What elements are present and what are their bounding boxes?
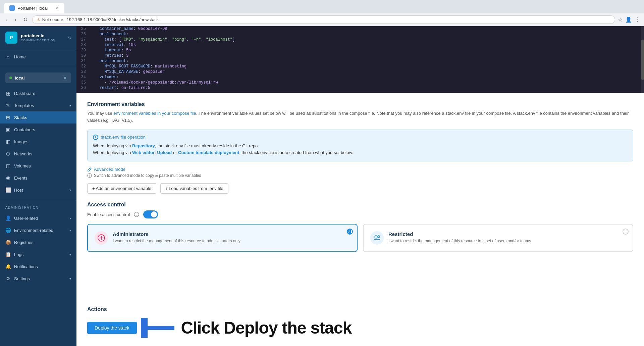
profile-btn[interactable]: 👤	[625, 16, 632, 23]
app-container: P portainer.io Community Edition « ⌂ Hom…	[0, 26, 644, 346]
load-env-file-btn[interactable]: ↑ Load variables from .env file	[160, 183, 228, 194]
sidebar-item-containers[interactable]: ▣ Containers	[0, 123, 76, 136]
info-line-1: When deploying via Repository, the stack…	[93, 143, 628, 150]
tab-close-btn[interactable]: ✕	[56, 6, 59, 10]
admin-shield-icon	[98, 234, 105, 242]
annotation-text: Click Deploy the stack	[181, 318, 352, 338]
host-icon: ⬜	[5, 187, 11, 193]
sidebar-item-user-related[interactable]: 👤 User-related ▾	[0, 212, 76, 224]
browser-tab-active[interactable]: Portainer | local ✕	[4, 3, 64, 13]
administrators-card-text: Administrators I want to restrict the ma…	[113, 231, 240, 244]
info-small-icon: i	[87, 173, 92, 178]
advanced-mode-toggle[interactable]: Advanced mode	[87, 167, 633, 172]
tab-favicon	[9, 5, 15, 11]
line-content-28: interval: 10s	[90, 43, 644, 47]
code-line-28: 28 interval: 10s	[76, 42, 644, 48]
logo-icon: P	[5, 32, 17, 44]
code-editor[interactable]: 25 container_name: Geoposler-DB 26 healt…	[76, 26, 644, 93]
code-line-26: 26 healthcheck:	[76, 32, 644, 37]
line-content-26: healthcheck:	[90, 32, 644, 37]
adv-mode-hint: i Switch to advanced mode to copy & past…	[87, 173, 633, 178]
sidebar-item-host[interactable]: ⬜ Host ▾	[0, 184, 76, 196]
networks-icon: ⬡	[5, 151, 11, 156]
endpoint-status-dot	[9, 77, 12, 79]
line-content-34: volumes:	[90, 75, 644, 80]
bookmark-btn[interactable]: ☆	[618, 16, 623, 23]
access-card-administrators[interactable]: Administrators I want to restrict the ma…	[87, 224, 358, 252]
logo-sub: Community Edition	[21, 39, 55, 42]
sidebar-item-networks[interactable]: ⬡ Networks	[0, 148, 76, 160]
browser-tabs: Portainer | local ✕	[4, 3, 640, 13]
administrators-card-desc: I want to restrict the management of thi…	[113, 238, 240, 244]
pencil-icon	[87, 167, 92, 172]
sidebar-networks-label: Networks	[14, 151, 71, 156]
refresh-btn[interactable]: ↻	[21, 16, 30, 23]
sidebar-item-environment-related[interactable]: 🌐 Environment-related ▾	[0, 224, 76, 236]
forward-btn[interactable]: ›	[12, 16, 18, 23]
environment-related-icon: 🌐	[5, 228, 11, 233]
sidebar-registries-label: Registries	[14, 240, 71, 245]
stacks-icon: ⊞	[5, 115, 11, 120]
svg-point-7	[375, 236, 377, 238]
info-l2-bold3: Custom template deployment	[178, 150, 239, 155]
line-content-25: container_name: Geoposler-DB	[90, 27, 644, 31]
code-line-31: 31 environment:	[76, 58, 644, 64]
sidebar-home-label: Home	[14, 54, 71, 59]
env-desc-start: You may use	[87, 111, 113, 116]
info-l2-sep2: or	[172, 150, 178, 155]
sidebar-settings-label: Settings	[14, 276, 66, 281]
security-icon: ⚠	[37, 17, 40, 22]
access-card-restricted[interactable]: Restricted I want to restrict the manage…	[363, 224, 633, 252]
logs-arrow-icon: ▾	[69, 253, 71, 256]
access-control-toggle-label: Enable access control	[87, 212, 130, 217]
sidebar-divider-2	[0, 200, 76, 200]
env-variables-link[interactable]: environment variables in your compose fi…	[113, 111, 196, 116]
sidebar-item-home[interactable]: ⌂ Home	[0, 51, 76, 63]
sidebar-item-settings[interactable]: ⚙ Settings ▾	[0, 273, 76, 285]
sidebar-item-events[interactable]: ◉ Events	[0, 172, 76, 184]
tab-title: Portainer | local	[17, 6, 48, 11]
sidebar-item-templates[interactable]: ✎ Templates ▾	[0, 99, 76, 111]
code-line-30: 30 retries: 3	[76, 53, 644, 58]
settings-arrow-icon: ▾	[69, 277, 71, 281]
line-content-32: MYSQL_ROOT_PASSWORD: mariushosting	[90, 64, 644, 69]
content-area: Environment variables You may use enviro…	[76, 93, 644, 301]
sidebar-item-registries[interactable]: 📦 Registries	[0, 236, 76, 248]
admin-section-label: Administration	[0, 203, 76, 211]
info-l1-bold: Repository	[132, 143, 155, 148]
sidebar-item-dashboard[interactable]: ▦ Dashboard	[0, 87, 76, 99]
sidebar-item-images[interactable]: ◧ Images	[0, 136, 76, 148]
sidebar-dashboard-label: Dashboard	[14, 91, 71, 96]
sidebar-collapse-btn[interactable]: «	[68, 35, 71, 41]
env-buttons-row: + Add an environment variable ↑ Load var…	[87, 183, 633, 194]
sidebar-stacks-label: Stacks	[14, 115, 71, 120]
endpoint-close-btn[interactable]: ✕	[63, 75, 67, 81]
sidebar-logo: P portainer.io Community Edition	[5, 32, 55, 44]
sidebar-divider-1	[0, 67, 76, 67]
sidebar-item-notifications[interactable]: 🔔 Notifications	[0, 260, 76, 273]
address-bar[interactable]: ⚠ Not secure 192.168.1.18:9000/#!/2/dock…	[32, 15, 615, 24]
line-content-35: - /volume1/docker/geoposlerdb:/var/lib/m…	[90, 80, 644, 85]
info-l2-bold1: Web editor	[132, 150, 155, 155]
access-control-section: Access control Enable access control ?	[87, 202, 633, 252]
sidebar-item-volumes[interactable]: ◫ Volumes	[0, 160, 76, 172]
add-env-variable-btn[interactable]: + Add an environment variable	[87, 183, 156, 194]
code-scrollbar-thumb	[641, 40, 644, 80]
sidebar-section-main: ⌂ Home	[0, 49, 76, 64]
sidebar-admin-section: 👤 User-related ▾ 🌐 Environment-related ▾…	[0, 211, 76, 286]
line-num-31: 31	[76, 59, 90, 63]
restricted-card-icon	[370, 231, 384, 245]
menu-btn[interactable]: ⋮	[635, 16, 640, 23]
back-btn[interactable]: ‹	[4, 16, 10, 23]
sidebar-item-stacks[interactable]: ⊞ Stacks	[0, 111, 76, 123]
svg-text:i: i	[89, 174, 90, 178]
info-circle-icon: i	[93, 135, 98, 140]
sidebar-item-logs[interactable]: 📋 Logs ▾	[0, 248, 76, 260]
deploy-stack-btn[interactable]: Deploy the stack	[87, 322, 137, 334]
info-l2-start: When deploying via	[93, 150, 132, 155]
line-num-26: 26	[76, 32, 90, 37]
deploy-area: Deploy the stack Click Deploy the stack	[87, 318, 633, 338]
annotation-arrow-icon	[141, 318, 181, 338]
code-line-25: 25 container_name: Geoposler-DB	[76, 26, 644, 32]
access-control-toggle[interactable]	[143, 210, 158, 218]
